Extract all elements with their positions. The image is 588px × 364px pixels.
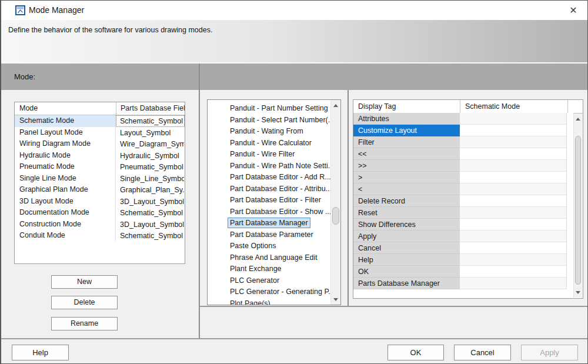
command-list-item[interactable]: Panduit - Part Number Setting — [208, 103, 330, 115]
close-icon[interactable]: ✕ — [567, 4, 580, 17]
command-list-item[interactable]: Part Database Parameter — [208, 229, 330, 241]
mode-name-cell[interactable]: Conduit Mode — [15, 230, 116, 242]
mode-name-cell[interactable]: Schematic Mode — [15, 115, 116, 127]
schematic-mode-value-cell[interactable] — [460, 278, 567, 289]
command-list-scrollbar[interactable] — [330, 100, 340, 305]
parts-database-field-cell[interactable]: 3D_Layout_Symbol — [116, 196, 185, 208]
command-list-item[interactable]: Panduit - Wire Calculator — [208, 138, 330, 149]
display-table-row[interactable]: Customize Layout — [353, 125, 573, 136]
display-tag-cell[interactable]: >> — [353, 160, 460, 172]
schematic-mode-value-cell[interactable] — [460, 254, 567, 266]
mode-table-row[interactable]: Hydraulic ModeHydraulic_Symbol — [15, 150, 185, 162]
scrollbar-thumb[interactable] — [332, 207, 339, 225]
mode-table-row[interactable]: Construction Mode3D_Layout_Symbol — [15, 219, 185, 231]
mode-name-cell[interactable]: Hydraulic Mode — [15, 150, 116, 162]
parts-database-field-cell[interactable]: Layout_Symbol — [116, 127, 185, 139]
display-table-scrollbar[interactable] — [573, 113, 582, 298]
schematic-mode-value-cell[interactable] — [460, 113, 567, 125]
display-tag-cell[interactable]: > — [353, 172, 460, 183]
mode-name-cell[interactable]: Panel Layout Mode — [15, 127, 116, 139]
schematic-mode-value-cell[interactable] — [460, 195, 567, 207]
schematic-mode-value-cell[interactable] — [460, 219, 567, 231]
display-table-row[interactable]: Delete Record — [353, 195, 573, 207]
display-tag-cell[interactable]: Delete Record — [353, 195, 460, 207]
display-tag-cell[interactable]: << — [353, 148, 460, 160]
delete-button[interactable]: Delete — [51, 296, 118, 309]
display-table-row[interactable]: << — [353, 148, 573, 160]
mode-table-row[interactable]: Schematic ModeSchematic_Symbol — [15, 115, 185, 127]
schematic-mode-value-cell[interactable] — [460, 172, 567, 183]
scrollbar-thumb[interactable] — [575, 136, 581, 285]
mode-table-row[interactable]: Wiring Diagram ModeWire_Diagram_Sym... — [15, 138, 185, 150]
command-list-item[interactable]: Panduit - Wire Filter — [208, 149, 330, 161]
column-header-mode[interactable]: Mode — [15, 102, 116, 115]
parts-database-field-cell[interactable]: Pneumatic_Symbol — [116, 161, 185, 173]
command-list-item[interactable]: Part Database Editor - Add R... — [208, 172, 330, 183]
mode-name-cell[interactable]: 3D Layout Mode — [15, 196, 116, 208]
display-table-row[interactable]: Cancel — [353, 242, 573, 254]
display-table-row[interactable]: >> — [353, 160, 573, 172]
command-list-item[interactable]: Paste Options — [208, 241, 330, 252]
mode-name-cell[interactable]: Single Line Mode — [15, 173, 116, 185]
display-table-row[interactable]: Help — [353, 254, 573, 266]
parts-database-field-cell[interactable]: Single_Line_Symbol — [116, 173, 185, 185]
display-table-row[interactable]: Parts Database Manager — [353, 278, 573, 289]
scroll-down-icon[interactable] — [331, 295, 340, 304]
mode-table-row[interactable]: Conduit ModeSchematic_Symbol — [15, 230, 185, 242]
display-table-row[interactable]: Apply — [353, 231, 573, 242]
mode-name-cell[interactable]: Graphical Plan Mode — [15, 184, 116, 196]
command-list-item[interactable]: Part Database Manager — [208, 218, 330, 229]
display-tag-cell[interactable]: Filter — [353, 136, 460, 148]
mode-table-row[interactable]: Single Line ModeSingle_Line_Symbol — [15, 173, 185, 185]
display-table-row[interactable]: OK — [353, 266, 573, 278]
mode-table-row[interactable]: Documentation ModeSchematic_Symbol — [15, 207, 185, 219]
display-table-row[interactable]: Attributes — [353, 113, 573, 125]
parts-database-field-cell[interactable]: Wire_Diagram_Sym... — [116, 138, 185, 150]
display-table-row[interactable]: > — [353, 172, 573, 183]
column-header-display-tag[interactable]: Display Tag — [353, 100, 460, 113]
command-list-item[interactable]: PLC Generator — [208, 275, 330, 287]
schematic-mode-value-cell[interactable] — [460, 136, 567, 148]
display-tag-cell[interactable]: Attributes — [353, 113, 460, 125]
display-tag-cell[interactable]: Show Differences — [353, 219, 460, 231]
command-list-item[interactable]: Part Database Editor - Filter — [208, 195, 330, 206]
mode-table-row[interactable]: Panel Layout ModeLayout_Symbol — [15, 127, 185, 139]
parts-database-field-cell[interactable]: Schematic_Symbol — [116, 115, 185, 127]
command-list-item[interactable]: Part Database Editor - Show ... — [208, 206, 330, 218]
mode-table-row[interactable]: Pneumatic ModePneumatic_Symbol — [15, 161, 185, 173]
cancel-button[interactable]: Cancel — [454, 345, 511, 360]
display-tag-cell[interactable]: < — [353, 183, 460, 195]
schematic-mode-value-cell[interactable] — [460, 160, 567, 172]
command-list-item[interactable]: Phrase And Language Edit — [208, 252, 330, 264]
parts-database-field-cell[interactable]: Schematic_Symbol — [116, 230, 185, 242]
command-list-item[interactable]: Part Database Editor - Attribu... — [208, 183, 330, 195]
display-tag-cell[interactable]: Reset — [353, 207, 460, 219]
scroll-up-icon[interactable] — [331, 101, 340, 110]
display-table-row[interactable]: Show Differences — [353, 219, 573, 231]
display-table-row[interactable]: Reset — [353, 207, 573, 219]
command-list-item[interactable]: Plant Exchange — [208, 263, 330, 275]
mode-name-cell[interactable]: Pneumatic Mode — [15, 161, 116, 173]
column-header-parts-database-field[interactable]: Parts Database Field — [116, 102, 185, 115]
schematic-mode-value-cell[interactable] — [460, 148, 567, 160]
rename-button[interactable]: Rename — [51, 317, 118, 330]
scroll-down-icon[interactable] — [574, 288, 582, 297]
display-tag-cell[interactable]: Help — [353, 254, 460, 266]
display-table-row[interactable]: Filter — [353, 136, 573, 148]
column-header-schematic-mode[interactable]: Schematic Mode — [460, 100, 567, 113]
display-tag-cell[interactable]: Cancel — [353, 242, 460, 254]
command-list-item[interactable]: PLC Generator - Generating P... — [208, 286, 330, 298]
display-table-row[interactable]: < — [353, 183, 573, 195]
new-button[interactable]: New — [51, 275, 118, 289]
help-button[interactable]: Help — [12, 345, 69, 360]
schematic-mode-value-cell[interactable] — [460, 231, 567, 242]
display-tag-cell[interactable]: OK — [353, 266, 460, 278]
scroll-up-icon[interactable] — [574, 114, 582, 123]
command-list-item[interactable]: Panduit - Wating From — [208, 126, 330, 138]
parts-database-field-cell[interactable]: Schematic_Symbol — [116, 207, 185, 219]
command-list-item-selected[interactable]: Part Database Manager — [228, 218, 310, 228]
command-list-item[interactable]: Panduit - Wire Path Note Setti... — [208, 161, 330, 172]
schematic-mode-value-cell[interactable] — [460, 242, 567, 254]
parts-database-field-cell[interactable]: 3D_Layout_Symbol — [116, 219, 185, 231]
display-tag-cell[interactable]: Customize Layout — [353, 125, 460, 136]
